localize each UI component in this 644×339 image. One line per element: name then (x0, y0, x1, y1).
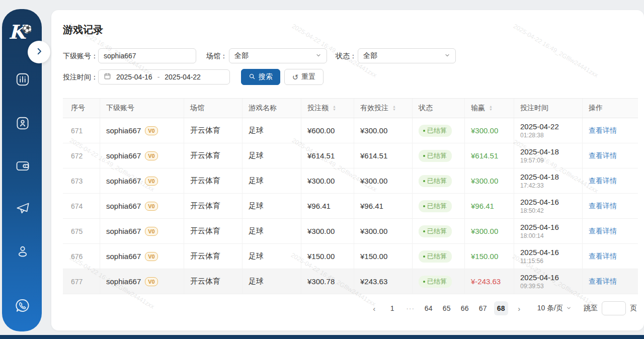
view-details-link[interactable]: 查看详情 (589, 126, 617, 135)
row-action-cell: 查看详情 (583, 168, 638, 193)
jump-input[interactable] (602, 301, 626, 315)
row-account-cell: sophia667 V0 (100, 194, 184, 218)
bet-time: 18:50:42 (520, 207, 559, 214)
status-badge: 已结算 (419, 125, 452, 137)
row-win-cell: ¥300.00 (465, 168, 514, 193)
pagination-next-button[interactable]: › (512, 301, 526, 315)
sidebar-item-wallet[interactable] (12, 156, 33, 177)
row-time-cell: 2025-04-1819:57:09 (514, 143, 583, 168)
row-bet-amount: ¥300.78 (301, 269, 354, 294)
row-status-cell: 已结算 (413, 194, 465, 218)
page-size-value: 10 条/页 (537, 304, 563, 313)
row-account-cell: sophia667 V0 (100, 118, 184, 143)
status-dot-icon (423, 281, 425, 283)
status-badge: 已结算 (419, 225, 452, 237)
win-amount: ¥-243.63 (471, 277, 501, 286)
row-status-cell: 已结算 (413, 118, 465, 143)
view-details-link[interactable]: 查看详情 (589, 151, 617, 160)
table-row: 676 sophia667 V0 开云体育 足球 ¥150.00 ¥150.00… (63, 244, 638, 269)
pagination-page-67[interactable]: 67 (476, 301, 490, 315)
column-label: 投注时间 (520, 104, 548, 113)
row-game: 足球 (243, 219, 301, 243)
bet-time: 18:00:14 (520, 232, 559, 239)
view-details-link[interactable]: 查看详情 (589, 202, 617, 211)
row-time-cell: 2025-04-1611:15:56 (514, 244, 583, 269)
column-header: 状态 (413, 99, 465, 118)
pagination-page-64[interactable]: 64 (422, 301, 436, 315)
win-amount: ¥300.00 (471, 177, 498, 185)
sort-icon[interactable]: ▲▼ (392, 105, 396, 111)
account-name: sophia667 (106, 277, 141, 286)
row-number: 675 (63, 219, 100, 243)
account-input[interactable] (98, 48, 196, 63)
date-range-picker[interactable]: 2025-04-16 - 2025-04-22 (98, 69, 230, 84)
status-dot-icon (423, 130, 425, 132)
sidebar-item-account[interactable] (12, 113, 33, 134)
bet-date: 2025-04-16 (520, 248, 559, 257)
level-badge: V0 (145, 252, 157, 261)
row-account-cell: sophia667 V0 (100, 219, 184, 243)
bet-time: 01:28:38 (520, 132, 559, 139)
filter-row-2: 投注时间： 2025-04-16 - 2025-04-22 搜索 ↺ 重置 (63, 69, 636, 85)
pagination-page-65[interactable]: 65 (440, 301, 454, 315)
view-details-link[interactable]: 查看详情 (589, 252, 617, 261)
pagination-pages: 1···6465666768 (385, 301, 508, 315)
status-text: 已结算 (427, 177, 447, 186)
records-table: 序号下级账号场馆游戏名称投注额▲▼有效投注▲▼状态输赢▲▼投注时间操作 671 … (63, 98, 638, 294)
row-time-cell: 2025-04-2201:28:38 (514, 118, 583, 143)
sidebar-expand-button[interactable] (28, 41, 50, 63)
venue-select[interactable]: 全部 (229, 48, 327, 63)
table-row: 672 sophia667 V0 开云体育 足球 ¥614.51 ¥614.51… (63, 143, 638, 168)
row-action-cell: 查看详情 (583, 143, 638, 168)
search-button[interactable]: 搜索 (241, 69, 280, 85)
table-row: 671 sophia667 V0 开云体育 足球 ¥600.00 ¥300.00… (63, 118, 638, 143)
soccer-ball-icon: ⚽ (22, 24, 32, 34)
level-badge: V0 (145, 177, 157, 186)
row-venue: 开云体育 (184, 219, 243, 243)
view-details-link[interactable]: 查看详情 (589, 277, 617, 286)
sidebar-item-support[interactable] (12, 296, 33, 317)
row-valid-bet: ¥300.00 (354, 118, 413, 143)
user-icon (15, 244, 30, 261)
pagination-prev-button[interactable]: ‹ (367, 301, 381, 315)
status-select-value: 全部 (363, 51, 377, 60)
sidebar-item-stats[interactable] (12, 69, 33, 91)
row-number: 673 (63, 168, 100, 193)
row-venue: 开云体育 (184, 118, 243, 143)
table-row: 677 sophia667 V0 开云体育 足球 ¥300.78 ¥243.63… (63, 269, 638, 294)
row-number: 671 (63, 118, 100, 143)
row-action-cell: 查看详情 (583, 194, 638, 218)
row-win-cell: ¥96.41 (465, 194, 514, 218)
bar-chart-icon (15, 72, 30, 89)
bet-date: 2025-04-22 (520, 122, 559, 131)
view-details-link[interactable]: 查看详情 (589, 227, 617, 236)
level-badge: V0 (145, 151, 157, 160)
calendar-icon (104, 72, 111, 81)
chevron-down-icon (444, 52, 450, 60)
pagination-page-68[interactable]: 68 (494, 301, 508, 315)
sidebar-item-messages[interactable] (12, 199, 33, 220)
pagination-page-66[interactable]: 66 (458, 301, 472, 315)
bet-date: 2025-04-16 (520, 223, 559, 231)
view-details-link[interactable]: 查看详情 (589, 177, 617, 186)
column-header: 投注时间 (514, 99, 583, 118)
row-status-cell: 已结算 (413, 143, 465, 168)
row-number: 676 (63, 244, 100, 269)
sort-icon[interactable]: ▲▼ (333, 105, 336, 111)
row-venue: 开云体育 (184, 143, 243, 168)
row-action-cell: 查看详情 (583, 219, 638, 243)
pagination-page-1[interactable]: 1 (385, 301, 399, 315)
row-time-cell: 2025-04-1618:50:42 (514, 194, 583, 218)
sidebar-item-profile[interactable] (12, 241, 33, 263)
column-header: 序号 (63, 99, 100, 118)
row-win-cell: ¥-243.63 (465, 269, 514, 294)
row-number: 672 (63, 143, 100, 168)
wallet-icon (15, 158, 30, 175)
page-size-select[interactable]: 10 条/页 (537, 304, 572, 313)
status-select[interactable]: 全部 (358, 48, 456, 63)
id-card-icon (15, 116, 30, 132)
page-jump: 跳至 页 (584, 301, 637, 315)
sort-icon[interactable]: ▲▼ (489, 105, 493, 111)
win-amount: ¥150.00 (471, 252, 498, 261)
reset-button[interactable]: ↺ 重置 (284, 69, 324, 85)
